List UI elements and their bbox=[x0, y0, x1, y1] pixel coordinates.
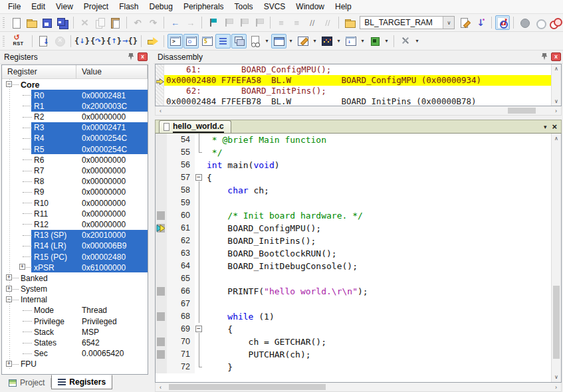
register-row-r12[interactable]: R120x00000000 bbox=[2, 219, 148, 229]
debug-restore-views[interactable] bbox=[397, 34, 413, 49]
memory-window-dropdown[interactable]: ▾ bbox=[287, 34, 294, 49]
indent[interactable]: ≡ bbox=[289, 15, 304, 30]
expand-icon[interactable]: + bbox=[6, 286, 12, 292]
scroll-down-icon[interactable]: ∨ bbox=[554, 98, 558, 104]
toggle-bookmark[interactable] bbox=[205, 15, 220, 30]
save[interactable] bbox=[39, 15, 54, 30]
hscrollbar-thumb[interactable] bbox=[508, 108, 536, 114]
system-viewer[interactable] bbox=[367, 34, 382, 49]
breakpoint-margin[interactable] bbox=[156, 260, 167, 272]
close-registers-button[interactable]: x bbox=[138, 52, 148, 61]
fold-margin[interactable] bbox=[195, 235, 203, 247]
register-row-system[interactable]: +System bbox=[2, 284, 148, 294]
code-text[interactable]: PRINTF("hello world.\r\n"); bbox=[203, 285, 551, 298]
register-row-states[interactable]: States6542 bbox=[2, 338, 148, 348]
call-stack-window[interactable] bbox=[231, 34, 247, 49]
tab-hello-world-c[interactable]: hello_world.c bbox=[159, 120, 231, 133]
disassembly-line[interactable]: 61: BOARD_ConfigMPU(); bbox=[164, 64, 551, 75]
code-line-70[interactable]: 70 ch = GETCHAR(); bbox=[156, 336, 551, 348]
code-line-66[interactable]: 66 PRINTF("hello world.\r\n"); bbox=[156, 285, 551, 298]
editor-hscrollbar[interactable]: ‹ › bbox=[155, 383, 562, 392]
undo[interactable]: ↶ bbox=[130, 15, 145, 30]
run[interactable] bbox=[36, 34, 51, 49]
navigate-forward[interactable]: → bbox=[183, 15, 198, 30]
register-row-core[interactable]: −Core bbox=[2, 79, 148, 90]
stop[interactable] bbox=[52, 34, 67, 49]
menu-flash[interactable]: Flash bbox=[114, 0, 144, 13]
expand-icon[interactable]: + bbox=[6, 361, 12, 367]
register-row-r15-pc[interactable]: R15 (PC)0x00002480 bbox=[2, 251, 148, 262]
code-text[interactable]: BOARD_InitDebugConsole(); bbox=[203, 260, 551, 272]
register-row-r13-sp[interactable]: R13 (SP)0x20010000 bbox=[2, 230, 148, 241]
code-line-55[interactable]: 55 */ bbox=[156, 146, 551, 159]
fold-margin[interactable] bbox=[195, 159, 203, 171]
scroll-left-icon[interactable]: ‹ bbox=[156, 384, 166, 391]
breakpoint-margin[interactable] bbox=[156, 159, 167, 171]
breakpoint-margin[interactable] bbox=[156, 235, 167, 247]
code-text[interactable]: while (1) bbox=[203, 310, 551, 323]
code-text[interactable]: char ch; bbox=[203, 184, 551, 197]
menu-help[interactable]: Help bbox=[330, 0, 357, 13]
toolbar-grip[interactable] bbox=[3, 17, 5, 28]
fold-margin[interactable] bbox=[195, 361, 203, 373]
fold-margin[interactable] bbox=[195, 146, 203, 159]
register-row-sec[interactable]: Sec0.00065420 bbox=[2, 348, 148, 359]
code-text[interactable]: { bbox=[203, 323, 551, 336]
register-row-privilege[interactable]: PrivilegePrivileged bbox=[2, 316, 148, 326]
scroll-up-icon[interactable]: ∧ bbox=[552, 136, 561, 142]
register-row-stack[interactable]: StackMSP bbox=[2, 326, 148, 337]
code-line-62[interactable]: 62 BOARD_InitPins(); bbox=[156, 235, 551, 247]
uncomment-selection[interactable]: // bbox=[320, 15, 335, 30]
code-text[interactable]: BOARD_InitPins(); bbox=[203, 235, 551, 247]
comment-selection[interactable]: // bbox=[305, 15, 320, 30]
tab-project[interactable]: Project bbox=[3, 375, 51, 390]
code-text[interactable]: /* Init board hardware. */ bbox=[203, 209, 551, 222]
memory-window[interactable] bbox=[271, 34, 286, 49]
breakpoint-margin[interactable] bbox=[156, 247, 167, 260]
cut[interactable] bbox=[77, 15, 92, 30]
next-bookmark[interactable] bbox=[236, 15, 251, 30]
disassembly-current-line[interactable]: 0x00002480 F7FEFA58 BL.W BOARD_ConfigMPU… bbox=[164, 75, 551, 86]
code-line-59[interactable]: 59 bbox=[156, 197, 551, 209]
step-out[interactable]: {↑} bbox=[106, 34, 122, 49]
options-for-target[interactable] bbox=[457, 15, 472, 30]
code-line-56[interactable]: 56int main(void) bbox=[156, 159, 551, 171]
manage-project-items[interactable] bbox=[342, 15, 357, 30]
code-line-63[interactable]: 63 BOARD_BootClockRUN(); bbox=[156, 247, 551, 260]
paste[interactable] bbox=[108, 15, 123, 30]
breakpoint-margin[interactable] bbox=[156, 323, 167, 336]
combo-dropdown-icon[interactable]: ∨ bbox=[443, 17, 454, 29]
fold-margin[interactable] bbox=[195, 247, 203, 260]
register-row-r5[interactable]: R50x0000254C bbox=[2, 144, 148, 154]
register-row-r7[interactable]: R70x00000000 bbox=[2, 165, 148, 176]
menu-peripherals[interactable]: Peripherals bbox=[178, 0, 229, 13]
fold-collapse-icon[interactable]: − bbox=[195, 174, 202, 181]
fold-margin[interactable] bbox=[195, 298, 203, 310]
watch-window-dropdown[interactable]: ▾ bbox=[263, 34, 271, 49]
register-row-r2[interactable]: R20x00000000 bbox=[2, 112, 148, 122]
breakpoint-margin[interactable] bbox=[156, 184, 167, 197]
disassembly-hscrollbar[interactable]: ‹ › bbox=[155, 106, 562, 116]
code-line-64[interactable]: 64 BOARD_InitDebugConsole(); bbox=[156, 260, 551, 272]
pin-icon[interactable] bbox=[126, 52, 136, 62]
target-select[interactable]: BL_TARGET_RAM∨ bbox=[360, 16, 455, 29]
fold-margin[interactable] bbox=[195, 348, 203, 361]
close-disassembly-button[interactable]: x bbox=[551, 52, 561, 61]
register-row-internal[interactable]: −Internal bbox=[2, 294, 148, 305]
code-text[interactable]: ch = GETCHAR(); bbox=[203, 336, 551, 348]
clear-bookmarks[interactable] bbox=[252, 15, 267, 30]
expand-icon[interactable]: + bbox=[6, 274, 12, 280]
breakpoint-margin[interactable] bbox=[156, 361, 167, 373]
serial-window[interactable] bbox=[295, 34, 310, 49]
menu-file[interactable]: File bbox=[3, 0, 26, 13]
breakpoint-margin[interactable] bbox=[156, 134, 167, 146]
code-line-68[interactable]: 68 while (1) bbox=[156, 310, 551, 323]
value-column-header[interactable]: Value bbox=[76, 65, 148, 78]
new-file[interactable] bbox=[9, 15, 23, 30]
unindent[interactable]: ≡ bbox=[274, 15, 288, 30]
scroll-left-icon[interactable]: ‹ bbox=[156, 108, 166, 114]
step-into[interactable]: {↓} bbox=[74, 34, 90, 49]
disassembly-vscrollbar[interactable]: ∧ ∨ bbox=[551, 64, 561, 106]
navigate-back[interactable]: ← bbox=[168, 15, 182, 30]
reset-cpu[interactable]: RST bbox=[9, 34, 29, 49]
